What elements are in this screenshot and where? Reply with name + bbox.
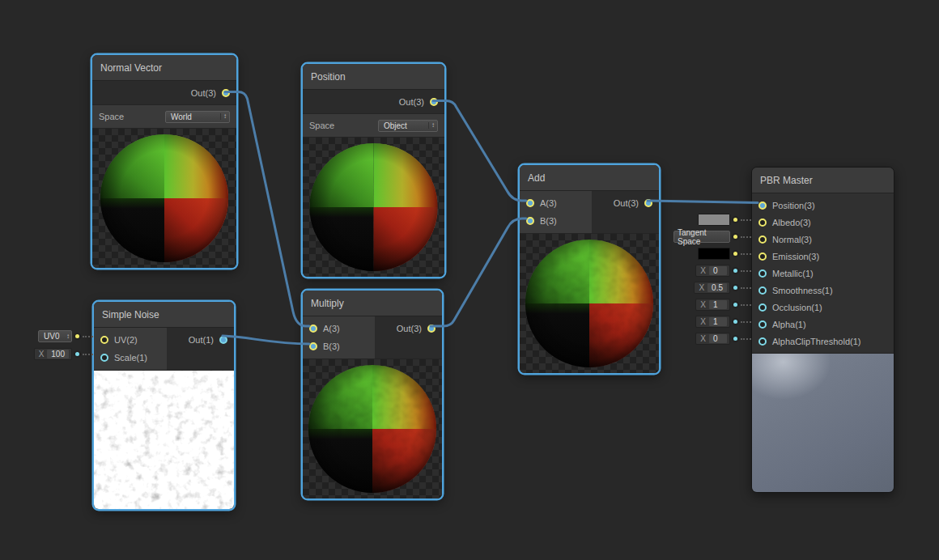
- default-value-dot[interactable]: [733, 218, 737, 222]
- output-port-row: Out(3): [303, 90, 444, 114]
- position-preview-sphere: [303, 138, 444, 277]
- port-label: Out(3): [397, 324, 422, 333]
- port-b[interactable]: [309, 342, 317, 350]
- alpha-clip-threshold-control: X 0: [662, 332, 751, 346]
- default-value-stub: [741, 338, 751, 340]
- alpha-clip-float-field[interactable]: X 0: [695, 333, 730, 345]
- default-value-dot[interactable]: [75, 334, 79, 338]
- port-uv[interactable]: [100, 336, 108, 344]
- port-normal[interactable]: [758, 235, 767, 244]
- default-value-stub: [83, 354, 93, 355]
- port-out[interactable]: [219, 336, 227, 344]
- port-smoothness[interactable]: [758, 286, 767, 295]
- x-component-label: X: [39, 350, 45, 358]
- alpha-float-field[interactable]: X 1: [695, 316, 730, 328]
- emission-control: [662, 247, 751, 261]
- space-label: Space: [99, 112, 124, 121]
- smoothness-value[interactable]: 0.5: [707, 283, 727, 292]
- node-title-bar[interactable]: Normal Vector: [92, 55, 236, 81]
- default-value-dot[interactable]: [733, 269, 737, 273]
- emission-color-swatch[interactable]: [698, 248, 730, 260]
- default-value-dot[interactable]: [733, 235, 737, 239]
- scale-value[interactable]: 100: [47, 350, 69, 358]
- input-ports: Position(3) Albedo(3) Normal(3) Emission…: [752, 193, 894, 354]
- noise-preview: [94, 371, 234, 509]
- edge-simplenoise-to-multiply-b[interactable]: [223, 336, 309, 344]
- default-value-stub: [741, 236, 751, 238]
- space-dropdown[interactable]: Object ↕: [378, 120, 438, 132]
- output-ports: Out(3): [375, 316, 442, 358]
- default-value-dot[interactable]: [733, 286, 737, 290]
- add-preview-sphere: [520, 234, 659, 373]
- default-value-stub: [741, 287, 751, 289]
- port-alpha-clip-threshold[interactable]: [758, 337, 767, 346]
- node-simple-noise[interactable]: Simple Noise UV(2) Scale(1) Out(1): [93, 301, 235, 510]
- node-title: Position: [311, 71, 346, 83]
- albedo-color-swatch[interactable]: [698, 214, 730, 226]
- alpha-value[interactable]: 1: [709, 317, 727, 326]
- scale-float-field[interactable]: X 100: [34, 348, 72, 360]
- default-value-dot[interactable]: [733, 337, 737, 341]
- port-out[interactable]: [644, 199, 652, 207]
- albedo-control: [662, 213, 751, 227]
- port-scale[interactable]: [100, 354, 108, 362]
- dropdown-arrow-icon: ↕: [428, 122, 435, 129]
- default-value-dot[interactable]: [733, 303, 737, 307]
- port-label: Occlusion(1): [772, 303, 822, 312]
- x-component-label: X: [700, 300, 706, 309]
- port-out[interactable]: [222, 89, 230, 97]
- port-label: Position(3): [772, 201, 815, 210]
- edge-add-to-pbr-position[interactable]: [648, 201, 758, 203]
- smoothness-float-field[interactable]: X 0.5: [694, 282, 730, 294]
- port-albedo[interactable]: [758, 218, 767, 227]
- dropdown-arrow-icon: ↕: [220, 113, 227, 120]
- node-title-bar[interactable]: Multiply: [303, 291, 442, 316]
- x-component-label: X: [699, 283, 704, 292]
- ports-area: A(3) B(3) Out(3): [303, 316, 442, 359]
- port-b[interactable]: [526, 217, 534, 225]
- port-position[interactable]: [758, 202, 767, 210]
- default-value-stub: [83, 336, 93, 337]
- occlusion-value[interactable]: 1: [709, 300, 727, 309]
- node-multiply[interactable]: Multiply A(3) B(3) Out(3): [302, 290, 443, 499]
- port-a[interactable]: [309, 325, 317, 333]
- uv-channel-dropdown[interactable]: UV0 ↕: [38, 330, 72, 342]
- node-preview: [303, 138, 444, 277]
- node-title-bar[interactable]: Add: [520, 165, 659, 191]
- node-position[interactable]: Position Out(3) Space Object ↕: [302, 63, 445, 278]
- port-a[interactable]: [526, 199, 534, 207]
- edge-normalvector-to-multiply-a[interactable]: [225, 92, 309, 327]
- node-pbr-master[interactable]: PBR Master Position(3) Albedo(3) Normal(…: [751, 167, 894, 493]
- default-value-dot[interactable]: [733, 252, 737, 256]
- port-metallic[interactable]: [758, 269, 767, 278]
- default-value-stub: [741, 321, 751, 323]
- space-dropdown[interactable]: World ↕: [165, 111, 230, 123]
- port-alpha[interactable]: [758, 320, 767, 329]
- port-occlusion[interactable]: [758, 303, 767, 312]
- default-value-stub: [741, 270, 751, 272]
- normal-preview-sphere: [92, 129, 236, 268]
- port-out[interactable]: [430, 98, 438, 106]
- port-emission[interactable]: [758, 252, 767, 261]
- default-value-stub: [741, 253, 751, 255]
- metallic-float-field[interactable]: X 0: [695, 265, 730, 277]
- metallic-value[interactable]: 0: [709, 266, 727, 275]
- edge-position-to-add-a[interactable]: [433, 101, 526, 202]
- node-normal-vector[interactable]: Normal Vector Out(3) Space World ↕: [91, 54, 237, 269]
- occlusion-float-field[interactable]: X 1: [695, 299, 730, 311]
- port-label: Albedo(3): [772, 218, 811, 227]
- node-title-bar[interactable]: Position: [303, 64, 444, 90]
- alpha-clip-value[interactable]: 0: [709, 334, 727, 343]
- default-value-dot[interactable]: [733, 320, 737, 324]
- node-title-bar[interactable]: PBR Master: [752, 168, 894, 193]
- node-title: Normal Vector: [100, 62, 162, 74]
- node-add[interactable]: Add A(3) B(3) Out(3): [519, 164, 660, 374]
- node-title-bar[interactable]: Simple Noise: [94, 302, 234, 328]
- node-preview: [752, 354, 894, 492]
- x-component-label: X: [700, 334, 706, 343]
- dropdown-arrow-icon: ↕: [66, 333, 70, 340]
- normal-space-dropdown[interactable]: Tangent Space: [673, 231, 730, 243]
- node-preview: [94, 371, 234, 509]
- port-out[interactable]: [427, 325, 436, 333]
- default-value-dot[interactable]: [75, 352, 79, 356]
